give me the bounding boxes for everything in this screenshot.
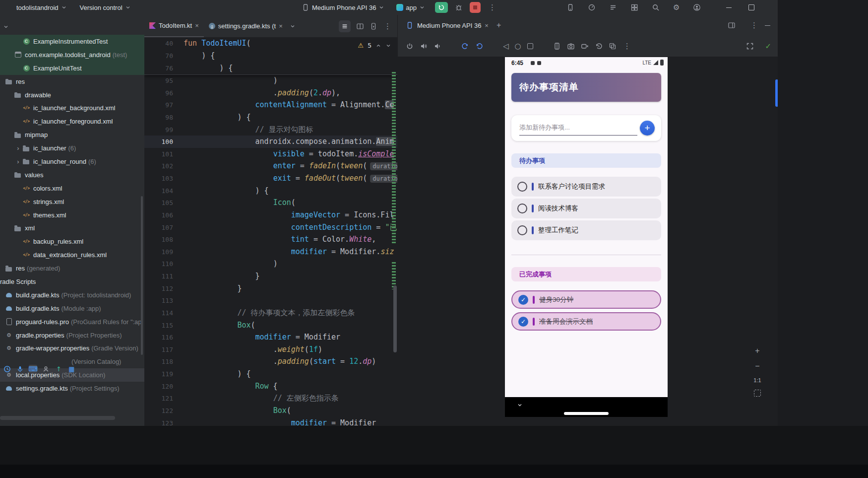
search-icon[interactable]	[652, 3, 660, 11]
device-more-kebab[interactable]: ⋮	[623, 42, 631, 51]
close-icon[interactable]: ×	[195, 22, 199, 29]
editor-more-kebab[interactable]: ⋮	[384, 22, 391, 31]
fold-device-icon[interactable]	[553, 42, 561, 50]
running-devices-icon[interactable]	[370, 22, 377, 30]
tree-item[interactable]: proguard-rules.pro (ProGuard Rules for "…	[0, 315, 144, 329]
tree-item[interactable]: ic_launcher_background.xml	[0, 101, 144, 115]
editor-list-toggle[interactable]	[339, 20, 351, 32]
code-line[interactable]: 118 .padding(start = 12.dp)	[144, 355, 397, 368]
tree-item[interactable]: ›ic_launcher (6)	[0, 141, 144, 155]
zoom-ratio-label[interactable]: 1:1	[753, 377, 761, 383]
zoom-fit-button[interactable]	[754, 390, 761, 397]
next-issue-chevron-icon[interactable]	[385, 43, 391, 49]
device-panel-kebab[interactable]: ⋮	[750, 21, 758, 30]
todo-item[interactable]: 整理工作笔记	[511, 220, 661, 240]
checked-checkbox-icon[interactable]: ✓	[518, 295, 528, 305]
code-line[interactable]: 122 Box(	[144, 405, 397, 417]
keyboard-icon[interactable]: ⌨	[29, 365, 37, 373]
tree-item[interactable]: values	[0, 168, 144, 182]
expand-chevron-icon[interactable]: ›	[14, 158, 22, 165]
tree-item[interactable]: settings.gradle.kts (Project Settings)	[0, 382, 144, 395]
tree-item[interactable]: colors.xml	[0, 182, 144, 195]
code-line[interactable]: 115 Box(	[144, 319, 397, 332]
code-line[interactable]: 114 // 待办事项文本，添加左侧彩色条	[144, 307, 397, 319]
code-line[interactable]: 103 exit = fadeOut(tween(duratio	[144, 172, 397, 185]
inspections-widget[interactable]: ⚠ 5	[358, 42, 391, 49]
code-line[interactable]: 102 enter = fadeIn(tween(duratio	[144, 160, 397, 172]
settings-icon[interactable]: ⚙	[673, 4, 680, 11]
tree-item[interactable]: mipmap	[0, 128, 144, 141]
microphone-icon[interactable]	[16, 365, 24, 373]
rotate-right-icon[interactable]	[475, 42, 483, 50]
code-line[interactable]: 96 .padding(2.dp),	[144, 87, 397, 99]
close-icon[interactable]: ×	[279, 22, 283, 30]
tree-item[interactable]: drawable	[0, 88, 144, 102]
new-todo-input[interactable]: 添加新待办事项...	[519, 123, 570, 132]
tab-settings-gradle[interactable]: g settings.gradle.kts (t ×	[204, 15, 288, 37]
tree-item[interactable]: gradle.properties (Project Properties)	[0, 329, 144, 342]
todo-item[interactable]: ✓健身30分钟	[511, 290, 661, 309]
voice-access-icon[interactable]	[42, 365, 50, 373]
project-collapse-chevron-icon[interactable]	[3, 24, 9, 30]
code-line[interactable]: 98 ) {	[144, 111, 397, 124]
rotate-left-icon[interactable]	[461, 42, 469, 50]
tree-item[interactable]: themes.xml	[0, 208, 144, 222]
code-line[interactable]: 120 Row {	[144, 380, 397, 393]
tree-item[interactable]: res	[0, 75, 144, 88]
code-line[interactable]: 109 modifier = Modifier.siz	[144, 246, 397, 258]
todo-item[interactable]: ✓准备周会演示文档	[511, 312, 661, 331]
project-horizontal-scrollbar[interactable]	[0, 416, 115, 420]
tree-item[interactable]: xml	[0, 221, 144, 235]
gesture-home-pill[interactable]	[564, 412, 609, 415]
toolbar-more-kebab[interactable]: ⋮	[489, 3, 496, 12]
code-line[interactable]: 116 modifier = Modifier	[144, 331, 397, 343]
unchecked-checkbox-icon[interactable]	[517, 204, 527, 213]
code-line[interactable]: 113	[144, 294, 397, 307]
screen-record-icon[interactable]	[581, 42, 589, 50]
stop-button[interactable]	[470, 2, 481, 13]
home-icon[interactable]: ○	[515, 43, 521, 50]
profiler-icon[interactable]	[588, 3, 596, 11]
window-maximize-button[interactable]	[748, 4, 754, 10]
arrow-up-icon[interactable]: ↑	[55, 365, 63, 373]
code-area[interactable]: 40fun TodoItemUI(70 ) {76 ) { 95 )96 .pa…	[144, 37, 397, 426]
volume-down-icon[interactable]	[434, 42, 441, 50]
tree-item[interactable]: build.gradle.kts (Module :app)	[0, 302, 144, 315]
code-line[interactable]: 100 androidx.compose.animation.Anim	[144, 136, 397, 148]
code-line[interactable]: 121 // 左侧彩色指示条	[144, 392, 397, 405]
code-line[interactable]: 104 ) {	[144, 185, 397, 197]
zoom-in-button[interactable]: +	[755, 346, 759, 355]
device-tab[interactable]: Medium Phone API 36 ×	[398, 15, 494, 36]
display-modes-icon[interactable]	[609, 42, 617, 50]
code-line[interactable]: 97 contentAlignment = Alignment.Ce	[144, 99, 397, 111]
code-line[interactable]: 108 tint = Color.White,	[144, 233, 397, 246]
tree-item[interactable]: res (generated)	[0, 262, 144, 275]
add-device-tab-button[interactable]: +	[496, 21, 501, 30]
device-manager-icon[interactable]	[566, 3, 574, 11]
device-selector[interactable]: Medium Phone API 36	[302, 3, 384, 11]
run-button[interactable]	[435, 2, 448, 13]
volume-up-icon[interactable]	[420, 42, 428, 50]
hide-panel-button[interactable]	[765, 25, 770, 26]
code-line[interactable]: 110 )	[144, 258, 397, 270]
fit-to-window-icon[interactable]	[746, 42, 754, 50]
check-icon[interactable]: ✓	[765, 42, 771, 51]
add-todo-fab-button[interactable]: +	[640, 121, 655, 136]
code-line[interactable]: 112 }	[144, 282, 397, 295]
prev-issue-chevron-icon[interactable]	[375, 43, 381, 49]
back-icon[interactable]: ◁	[503, 43, 509, 50]
code-line[interactable]: 106 imageVector = Icons.Fil	[144, 209, 397, 221]
unchecked-checkbox-icon[interactable]	[517, 225, 527, 235]
tree-item[interactable]: ic_launcher_foreground.xml	[0, 115, 144, 128]
tree-item[interactable]: ExampleInstrumentedTest	[0, 35, 144, 48]
clock-icon[interactable]	[3, 365, 11, 373]
code-line[interactable]: 101 visible = todoItem.isComple	[144, 148, 397, 160]
power-icon[interactable]	[406, 42, 414, 50]
screenshot-camera-icon[interactable]	[567, 42, 575, 50]
logcat-icon[interactable]	[609, 3, 617, 11]
todo-item[interactable]: 阅读技术博客	[511, 199, 661, 218]
tree-item[interactable]: ExampleUnitTest	[0, 62, 144, 75]
editor-scrollbar-thumb[interactable]	[393, 285, 397, 352]
layout-inspector-icon[interactable]	[630, 3, 638, 11]
code-line[interactable]: 107 contentDescription = "已	[144, 221, 397, 234]
